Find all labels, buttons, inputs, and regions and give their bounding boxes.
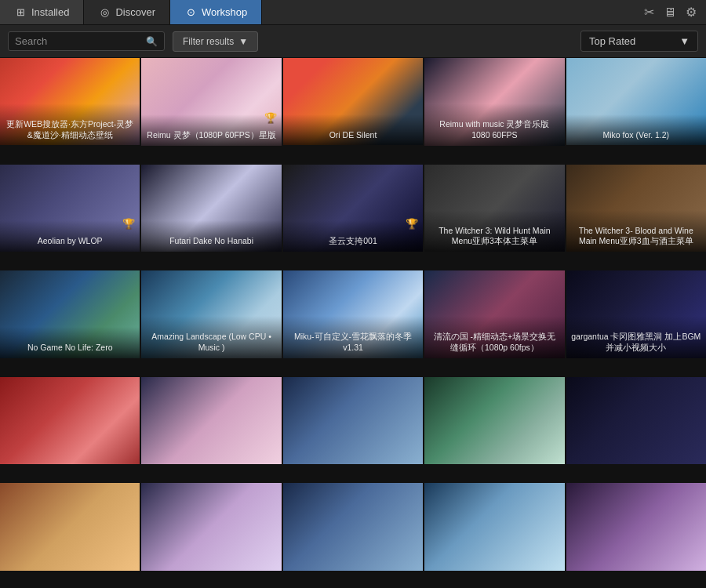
discover-icon: ◎ (98, 6, 111, 19)
grid-item-2[interactable]: 🏆Reimu 灵梦（1080P 60FPS）星版 (141, 58, 281, 146)
grid-item-15[interactable]: gargantua 卡冈图雅黑洞 加上BGM并减小视频大小 (566, 270, 706, 358)
grid-item-9[interactable]: The Witcher 3: Wild Hunt Main Menu亚师3本体主… (424, 165, 564, 252)
tab-installed[interactable]: ⊞ Installed (0, 0, 84, 24)
grid-item-20[interactable] (566, 377, 706, 464)
grid-item-13[interactable]: Miku-可自定义-雪花飘落的冬季 v1.31 (283, 270, 423, 358)
tab-installed-label: Installed (31, 6, 69, 18)
settings-icon[interactable]: ⚙ (686, 5, 697, 20)
grid-item-8[interactable]: 🏆圣云支挎001 (283, 165, 423, 252)
tools-icon[interactable]: ✂ (644, 5, 654, 20)
sort-dropdown[interactable]: Top Rated ▼ (580, 31, 698, 52)
wallpaper-grid: 更新WEB搜放器·东方Project-灵梦&魔道沙·精细动态壁纸🏆Reimu 灵… (0, 58, 706, 588)
tab-workshop-label: Workshop (202, 6, 247, 18)
nav-icons: ✂ 🖥 ⚙ (644, 5, 706, 20)
grid-item-19[interactable] (424, 377, 564, 465)
search-icon: 🔍 (146, 36, 158, 47)
filter-icon: ▼ (238, 36, 248, 47)
grid-item-11[interactable]: No Game No Life: Zero (0, 270, 140, 358)
grid-item-14[interactable]: 清流の国 -精细动态+场景交换无缝循环（1080p 60fps） (424, 270, 564, 358)
grid-item-18[interactable] (283, 377, 423, 464)
nav-tabs: ⊞ Installed ◎ Discover ⊙ Workshop (0, 0, 262, 24)
filter-button[interactable]: Filter results ▼ (173, 31, 258, 52)
search-box[interactable]: 🔍 (8, 31, 165, 51)
grid-item-22[interactable] (141, 483, 281, 571)
grid-item-7[interactable]: Futari Dake No Hanabi (141, 165, 281, 252)
grid-item-21[interactable] (0, 483, 140, 570)
grid-item-6[interactable]: 🏆Aeolian by WLOP (0, 165, 140, 252)
sort-label: Top Rated (589, 35, 635, 47)
toolbar: 🔍 Filter results ▼ Top Rated ▼ (0, 25, 706, 58)
grid-item-17[interactable] (141, 377, 281, 465)
search-input[interactable] (15, 35, 141, 47)
grid-item-5[interactable]: Miko fox (Ver. 1.2) (566, 58, 706, 145)
grid-item-10[interactable]: The Witcher 3- Blood and Wine Main Menu亚… (566, 165, 706, 252)
grid-item-24[interactable] (424, 483, 564, 571)
grid-item-16[interactable] (0, 377, 140, 464)
filter-label: Filter results (183, 36, 234, 47)
tab-workshop[interactable]: ⊙ Workshop (170, 0, 262, 24)
tab-discover-label: Discover (115, 6, 155, 18)
sort-arrow-icon: ▼ (679, 35, 690, 47)
installed-icon: ⊞ (14, 6, 27, 19)
nav-bar: ⊞ Installed ◎ Discover ⊙ Workshop ✂ 🖥 ⚙ (0, 0, 706, 25)
grid-item-25[interactable] (566, 483, 706, 570)
display-icon[interactable]: 🖥 (664, 5, 676, 20)
grid-item-3[interactable]: Ori DE Silent (283, 58, 423, 145)
grid-item-4[interactable]: Reimu with music 灵梦音乐版 1080 60FPS (424, 58, 564, 146)
grid-item-23[interactable] (283, 483, 423, 570)
grid-item-1[interactable]: 更新WEB搜放器·东方Project-灵梦&魔道沙·精细动态壁纸 (0, 58, 140, 145)
grid-item-12[interactable]: Amazing Landscape (Low CPU • Music ) (141, 270, 281, 358)
workshop-icon: ⊙ (184, 6, 197, 19)
tab-discover[interactable]: ◎ Discover (84, 0, 170, 24)
